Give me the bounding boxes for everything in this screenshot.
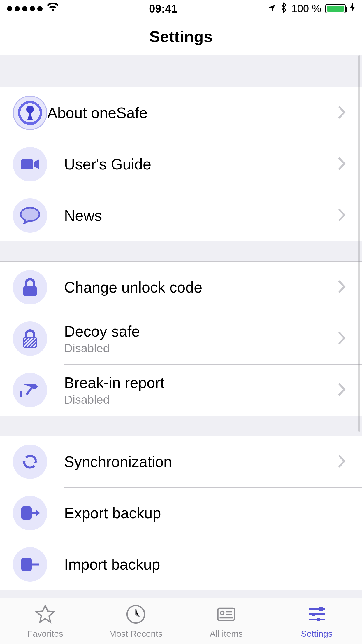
lock-icon — [13, 270, 47, 304]
row-export-backup[interactable]: Export backup — [0, 487, 362, 539]
status-time: 09:41 — [149, 3, 177, 15]
status-bar: 09:41 100 % — [0, 0, 362, 18]
row-decoy-safe[interactable]: Decoy safe Disabled — [0, 313, 362, 364]
row-users-guide[interactable]: User's Guide — [0, 139, 362, 190]
tab-label: Settings — [301, 629, 333, 639]
svg-rect-3 — [23, 286, 37, 296]
tab-label: All items — [210, 629, 243, 639]
svg-rect-12 — [319, 607, 323, 611]
chevron-right-icon — [338, 280, 349, 295]
tab-bar: Favorites Most Recents All items Setting… — [0, 598, 362, 644]
tab-most-recents[interactable]: Most Recents — [91, 598, 181, 644]
status-left — [7, 3, 59, 15]
chat-icon — [13, 198, 47, 233]
charging-icon — [350, 3, 355, 15]
row-subtitle: Disabled — [64, 393, 338, 406]
decoy-icon — [13, 321, 47, 356]
star-icon — [35, 604, 56, 626]
chevron-right-icon — [338, 331, 349, 346]
row-title: Export backup — [64, 504, 349, 522]
tab-favorites[interactable]: Favorites — [0, 598, 91, 644]
row-title: Change unlock code — [64, 279, 338, 296]
settings-group-info: About oneSafe User's Guide News — [0, 87, 362, 242]
page-title: Settings — [149, 27, 212, 46]
row-breakin-report[interactable]: Break-in report Disabled — [0, 364, 362, 416]
location-icon — [268, 3, 276, 15]
cctv-icon — [13, 373, 47, 407]
row-title: Synchronization — [64, 453, 338, 470]
row-about-onesafe[interactable]: About oneSafe — [0, 87, 362, 139]
row-news[interactable]: News — [0, 190, 362, 241]
settings-group-security: Change unlock code Decoy safe Disabled — [0, 261, 362, 416]
row-title: Decoy safe — [64, 323, 338, 340]
row-subtitle: Disabled — [64, 342, 338, 355]
tab-all-items[interactable]: All items — [181, 598, 272, 644]
card-icon — [216, 604, 237, 626]
row-import-backup[interactable]: Import backup — [0, 539, 362, 590]
tab-settings[interactable]: Settings — [272, 598, 362, 644]
chevron-right-icon — [338, 383, 349, 397]
bluetooth-icon — [280, 2, 287, 16]
settings-group-backup: Synchronization Export backup Import bac… — [0, 436, 362, 590]
row-title: About oneSafe — [47, 104, 338, 122]
svg-point-11 — [221, 611, 224, 615]
svg-rect-14 — [317, 618, 320, 621]
export-icon — [13, 496, 47, 530]
video-icon — [13, 147, 47, 181]
scrollbar[interactable] — [358, 55, 360, 432]
svg-rect-13 — [312, 612, 315, 616]
row-title: Import backup — [64, 556, 349, 573]
row-title: Break-in report — [64, 374, 338, 391]
chevron-right-icon — [338, 157, 349, 172]
status-right: 100 % — [268, 2, 355, 16]
battery-percent: 100 % — [291, 3, 321, 15]
svg-rect-1 — [21, 159, 33, 169]
svg-point-2 — [21, 208, 39, 221]
battery-icon — [325, 4, 346, 13]
svg-rect-5 — [23, 337, 37, 347]
settings-scroll-area[interactable]: About oneSafe User's Guide News Change u… — [0, 55, 362, 598]
row-title: User's Guide — [64, 155, 338, 173]
nav-bar: Settings — [0, 18, 362, 55]
row-change-unlock-code[interactable]: Change unlock code — [0, 262, 362, 313]
row-title: News — [64, 207, 338, 224]
chevron-right-icon — [338, 106, 349, 120]
sync-icon — [13, 444, 47, 479]
tab-label: Most Recents — [109, 629, 162, 639]
tab-label: Favorites — [27, 629, 63, 639]
chevron-right-icon — [338, 454, 349, 469]
row-synchronization[interactable]: Synchronization — [0, 436, 362, 487]
chevron-right-icon — [338, 208, 349, 223]
sliders-icon — [306, 604, 327, 626]
signal-dots-icon — [7, 6, 43, 11]
svg-rect-6 — [20, 391, 22, 397]
keyhole-icon — [13, 96, 47, 130]
clock-icon — [125, 604, 146, 626]
wifi-icon — [47, 3, 59, 15]
import-icon — [13, 547, 47, 582]
